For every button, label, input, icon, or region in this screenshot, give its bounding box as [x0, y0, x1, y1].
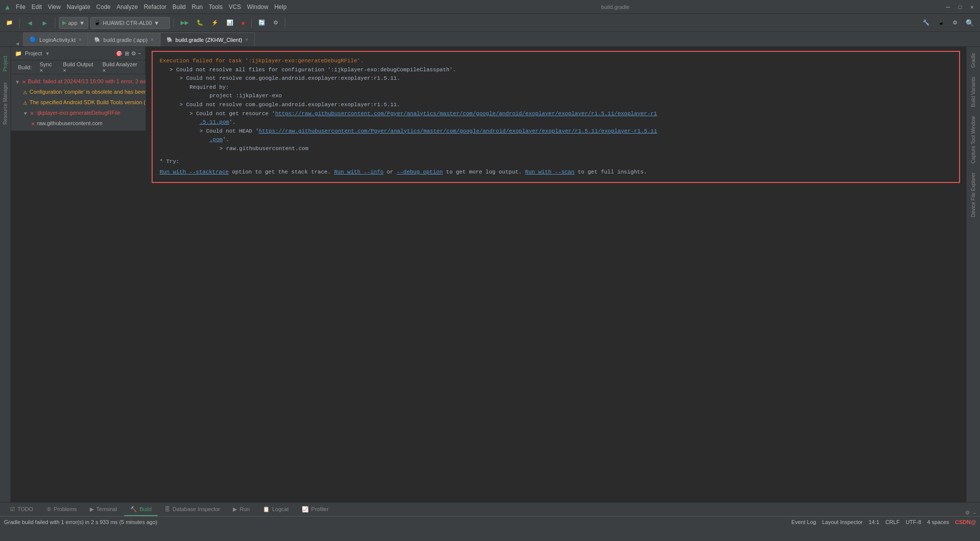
menu-file[interactable]: File	[16, 3, 25, 10]
project-text: project :ijkplayer-exo	[209, 93, 282, 99]
avd-manager-button[interactable]: 📱	[935, 16, 948, 29]
head-link-b[interactable]: .pom	[209, 137, 222, 143]
right-sidebar: Gradle Build Variants Capture Tool Windo…	[966, 47, 980, 502]
run-scan-link[interactable]: Run with --scan	[525, 169, 575, 175]
sync-button[interactable]: 🔄	[255, 16, 268, 29]
right-tab-device-files[interactable]: Device File Explorer	[969, 169, 978, 221]
menu-run[interactable]: Run	[192, 3, 203, 10]
run-icon: ▶	[233, 506, 237, 513]
right-tab-build-variants[interactable]: Build Variants	[969, 73, 978, 111]
build-analyzer-tab[interactable]: Build Analyzer ×	[99, 60, 141, 74]
tab-terminal[interactable]: ▶ Terminal	[84, 503, 123, 516]
profile-button[interactable]: 📊	[223, 16, 236, 29]
head-link[interactable]: https://raw.githubusercontent.com/Pgyer/…	[259, 128, 657, 134]
expand-icon[interactable]: ⊞	[125, 50, 129, 57]
menu-build[interactable]: Build	[173, 3, 186, 10]
locate-icon[interactable]: 🎯	[116, 50, 123, 57]
line-separator[interactable]: CRLF	[885, 519, 900, 525]
menu-bar[interactable]: File Edit View Navigate Code Analyze Ref…	[16, 3, 287, 10]
debug-button[interactable]: 🐛	[194, 16, 206, 29]
project-panel-header: 📁 Project ▼ 🎯 ⊞ ⚙ −	[11, 47, 145, 60]
project-dropdown-arrow[interactable]: ▼	[45, 51, 50, 56]
panel-settings-icon[interactable]: ⚙	[131, 50, 136, 57]
event-log-label[interactable]: Event Log	[791, 519, 816, 525]
resource-link-1[interactable]: https://raw.githubusercontent.com/Pgyer/…	[275, 111, 657, 117]
stop-button[interactable]: ■	[238, 16, 248, 29]
settings-button[interactable]: ⚙	[950, 16, 961, 29]
menu-code[interactable]: Code	[96, 3, 111, 10]
encoding-label[interactable]: UTF-8	[906, 519, 921, 525]
v-tab-resource-manager[interactable]: Resource Manager	[1, 77, 9, 130]
menu-refactor[interactable]: Refactor	[144, 3, 166, 10]
forward-button[interactable]: ►	[38, 16, 51, 29]
bottom-right-icon2[interactable]: −	[973, 510, 976, 516]
build-output-tab[interactable]: Build Output ×	[60, 60, 97, 74]
menu-help[interactable]: Help	[274, 3, 287, 10]
indent-label[interactable]: 4 spaces	[927, 519, 949, 525]
tab-scroll-left[interactable]: ◄	[15, 41, 20, 46]
try-text-2: or	[387, 169, 397, 175]
error-text-6a: > Could not get resource '	[190, 111, 275, 117]
run-config-dropdown[interactable]: ▶ app ▼	[59, 17, 88, 29]
status-message: Gradle build failed with 1 error(s) in 2…	[4, 519, 158, 525]
tab-close-gradle-app[interactable]: ×	[151, 37, 154, 42]
tab-login-activity[interactable]: 🔵 LoginActivity.kt ×	[23, 32, 88, 46]
error-line-7b: .pom'.	[160, 136, 952, 145]
search-everywhere-button[interactable]: 🔍	[963, 16, 977, 29]
kt-file-icon: 🔵	[29, 36, 36, 43]
menu-edit[interactable]: Edit	[31, 3, 42, 10]
error-text-7a: > Could not HEAD '	[199, 128, 259, 134]
back-button[interactable]: ◄	[23, 16, 36, 29]
toolbar-sep-4	[251, 18, 252, 28]
try-actions: Run with --stacktrace option to get the …	[160, 168, 952, 177]
tab-profiler[interactable]: 📈 Profiler	[296, 503, 335, 516]
build-label: Build	[140, 506, 152, 512]
menu-tools[interactable]: Tools	[209, 3, 223, 10]
error-project: project :ijkplayer-exo	[160, 92, 952, 101]
csdn-icon: CSDN@	[955, 519, 976, 525]
maximize-button[interactable]: □	[956, 3, 964, 11]
close-button[interactable]: ×	[968, 3, 976, 11]
v-tab-project[interactable]: Project	[1, 51, 9, 76]
resource-link-1b[interactable]: .5.11.pom	[199, 119, 229, 125]
editor-tab-bar: ◄ 🔵 LoginActivity.kt × 🐘 build.gradle (:…	[0, 32, 980, 47]
tab-build-gradle-app[interactable]: 🐘 build.gradle (:app) ×	[88, 32, 160, 46]
menu-view[interactable]: View	[48, 3, 61, 10]
tab-run[interactable]: ▶ Run	[227, 503, 255, 516]
device-dropdown[interactable]: 📱 HUAWEI CTR-AL00 ▼	[90, 17, 170, 29]
run-button[interactable]: ▶▶	[178, 16, 192, 29]
panel-close-icon[interactable]: −	[138, 50, 141, 57]
toolbar-sep-5	[285, 18, 285, 28]
tab-logcat[interactable]: 📋 Logcat	[257, 503, 295, 516]
right-tab-gradle[interactable]: Gradle	[969, 49, 978, 72]
tab-database[interactable]: 🗄 Database Inspector	[159, 503, 226, 516]
layout-inspector-label[interactable]: Layout Inspector	[822, 519, 862, 525]
gradle-sync-button[interactable]: ⚙	[270, 16, 281, 29]
menu-navigate[interactable]: Navigate	[67, 3, 90, 10]
tab-problems[interactable]: ⑤ Problems	[40, 503, 83, 516]
minimize-button[interactable]: ─	[944, 3, 952, 11]
tab-close-login[interactable]: ×	[78, 37, 81, 42]
run-config-icon: ▶	[62, 19, 66, 26]
left-vertical-tabs: Project Resource Manager	[0, 47, 11, 502]
right-tab-capture[interactable]: Capture Tool Window	[969, 112, 978, 168]
run-stacktrace-link[interactable]: Run with --stacktrace	[160, 169, 229, 175]
sync-tab[interactable]: Sync ×	[37, 60, 58, 74]
window-controls[interactable]: ─ □ ×	[944, 3, 976, 11]
open-folder-button[interactable]: 📁	[3, 16, 16, 29]
menu-vcs[interactable]: VCS	[229, 3, 241, 10]
menu-analyze[interactable]: Analyze	[117, 3, 138, 10]
quote-close-1: '.	[229, 119, 235, 125]
tab-build-gradle-client[interactable]: 🐘 build.gradle (ZKHW_Client) ×	[160, 32, 255, 46]
error-icon-task: ✕	[30, 110, 34, 117]
tab-todo[interactable]: ☑ TODO	[4, 503, 39, 516]
menu-window[interactable]: Window	[247, 3, 268, 10]
run-info-link[interactable]: Run with --info	[334, 169, 384, 175]
project-icon: 📁	[15, 50, 22, 57]
tab-close-gradle-client[interactable]: ×	[245, 37, 248, 42]
bottom-right-icon[interactable]: ⚙	[965, 510, 970, 516]
sdk-manager-button[interactable]: 🔧	[920, 16, 933, 29]
attach-debugger-button[interactable]: ⚡	[208, 16, 221, 29]
debug-option-link[interactable]: --debug option	[396, 169, 442, 175]
tab-build[interactable]: 🔨 Build	[124, 503, 158, 516]
